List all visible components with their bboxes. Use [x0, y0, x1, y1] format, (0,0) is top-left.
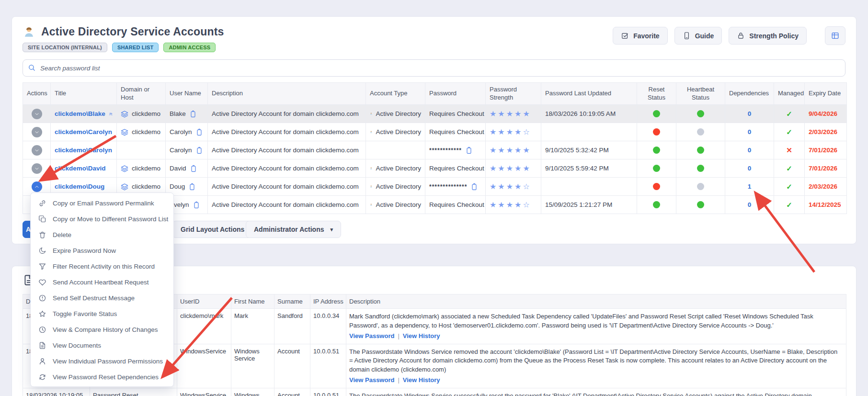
context-menu-item-label: View Password Reset Dependencies [53, 373, 159, 381]
context-menu-item[interactable]: View Password Reset Dependencies [31, 369, 173, 385]
copy-username-icon[interactable] [193, 201, 200, 209]
copy-username-icon[interactable] [195, 128, 203, 136]
account-type-cell: Active Directory [366, 123, 425, 141]
context-menu-item[interactable]: Copy or Move to Different Password List [31, 211, 173, 227]
context-menu-item[interactable]: Send Self Destruct Message [31, 290, 173, 306]
strength-cell: ★★★★☆ [486, 178, 541, 196]
managed-check-icon: ✓ [786, 128, 792, 136]
strength-stars: ★★★★★ [490, 164, 531, 172]
activity-row: 18/03/2026 10:19:05 AMPassword ResetWind… [23, 388, 846, 396]
dependencies-link[interactable]: 0 [748, 147, 752, 154]
dependencies-link[interactable]: 0 [748, 201, 752, 208]
context-menu-item[interactable]: Delete [31, 227, 173, 243]
dependencies-link[interactable]: 0 [748, 110, 752, 117]
copy-username-icon[interactable] [190, 165, 197, 172]
activity-description-cell: The Passwordstate Windows Service remove… [346, 344, 846, 388]
context-menu-item[interactable]: Copy or Email Password Permalink [31, 195, 173, 211]
description-cell: Active Directory Account for domain clic… [208, 196, 366, 214]
password-title-link[interactable]: clickdemo\David [55, 165, 106, 172]
context-menu-item[interactable]: View Documents [31, 338, 173, 353]
context-menu-item-label: Copy or Email Password Permalink [53, 200, 154, 207]
activity-links: View Password|View History [349, 332, 842, 341]
heartbeat-status-cell [676, 178, 725, 196]
domain-label: clickdemo [132, 165, 160, 172]
first-name-cell: Windows [231, 388, 274, 396]
administrator-actions-button[interactable]: Administrator Actions ▾ [246, 221, 341, 238]
heartbeat-status-cell [676, 159, 725, 178]
row-actions-toggle[interactable] [32, 145, 42, 156]
domain-label: clickdemo [132, 183, 160, 190]
context-menu-item[interactable]: Filter Recent Activity on this Record [31, 259, 173, 274]
column-header-ip-address: IP Address [310, 294, 346, 309]
search-input[interactable] [23, 59, 845, 77]
managed-cell: ✓ [774, 105, 805, 123]
username-label: David [170, 165, 186, 172]
context-menu-item[interactable]: View & Compare History of Changes [31, 322, 173, 338]
heartbeat-status-dot [697, 183, 704, 190]
expiry-date: 7/01/2026 [809, 147, 837, 154]
activity-type-cell: Password Reset [90, 388, 177, 396]
view-history-link[interactable]: View History [403, 376, 440, 384]
reset-status-dot [653, 183, 660, 190]
date-cell: 18/03/2026 10:19:05 AM [23, 388, 90, 396]
badge-shared-list: SHARED LIST [112, 43, 159, 52]
link-separator: | [398, 332, 399, 339]
dependencies-link[interactable]: 0 [748, 165, 752, 172]
password-title-link[interactable]: clickdemo\Carolyn [55, 128, 112, 136]
row-actions-toggle[interactable] [32, 181, 42, 192]
person-color-icon [370, 109, 372, 118]
context-menu-item[interactable]: Toggle Favorite Status [31, 306, 173, 322]
context-menu-item[interactable]: Expire Password Now [31, 243, 173, 259]
last-updated-cell: 18/03/2026 10:19:05 AM [541, 105, 637, 123]
copy-username-icon[interactable] [195, 147, 203, 154]
dependencies-cell: 0 [725, 141, 774, 159]
grid-icon [831, 31, 840, 40]
surname-cell: Account [274, 344, 310, 388]
context-menu-item-label: View Individual Password Permissions [53, 358, 163, 365]
strength-stars: ★★★★☆ [490, 128, 531, 136]
password-cell: Requires Checkout [425, 123, 486, 141]
password-title-link[interactable]: clickdemo\Blake [55, 110, 105, 117]
book-icon [683, 32, 691, 40]
copy-password-icon[interactable] [470, 183, 478, 191]
guide-button[interactable]: Guide [674, 27, 722, 45]
column-header-title: Title [51, 83, 117, 105]
dependencies-link[interactable]: 0 [748, 128, 752, 136]
view-history-link[interactable]: View History [403, 332, 440, 339]
column-header-username: User Name [166, 83, 208, 105]
view-password-link[interactable]: View Password [349, 376, 394, 384]
password-value: Requires Checkout [429, 128, 484, 136]
password-title-link[interactable]: clickdemo\Doug [55, 183, 104, 190]
context-menu-item-label: View Documents [53, 342, 101, 349]
dependencies-cell: 0 [725, 159, 774, 178]
context-menu-item-label: Send Account Heartbeat Request [53, 279, 148, 286]
chevron-down-icon [34, 165, 40, 172]
expiry-date-cell: 14/12/2025 [805, 196, 847, 214]
dependencies-link[interactable]: 1 [748, 183, 752, 190]
copy-password-icon[interactable] [465, 147, 473, 154]
favorite-button[interactable]: Favorite [613, 27, 667, 45]
column-header-domain: Domain or Host [117, 83, 166, 105]
row-actions-toggle[interactable] [32, 127, 42, 137]
dependencies-cell: 0 [725, 123, 774, 141]
strength-policy-button[interactable]: Strength Policy [729, 27, 807, 45]
expiry-date-cell: 7/01/2026 [805, 141, 847, 159]
grid-layout-button[interactable] [825, 26, 845, 45]
layers-icon [121, 128, 128, 136]
actions-cell [23, 141, 51, 159]
copy-username-icon[interactable] [189, 110, 197, 118]
managed-check-icon: ✓ [786, 182, 792, 191]
sync-icon [38, 373, 46, 381]
row-actions-toggle[interactable] [32, 163, 42, 174]
username-label: Doug [170, 183, 185, 190]
description-cell: Active Directory Account for domain clic… [208, 123, 366, 141]
context-menu-item[interactable]: Send Account Heartbeat Request [31, 274, 173, 290]
row-actions-toggle[interactable] [32, 109, 42, 119]
password-title-link[interactable]: clickdemo\Carolyn [55, 147, 112, 154]
layers-icon [121, 183, 128, 191]
view-password-link[interactable]: View Password [349, 332, 394, 339]
context-menu-item[interactable]: View Individual Password Permissions [31, 353, 173, 369]
copy-username-icon[interactable] [188, 183, 196, 191]
actions-cell [23, 105, 51, 123]
reset-status-cell [637, 123, 676, 141]
